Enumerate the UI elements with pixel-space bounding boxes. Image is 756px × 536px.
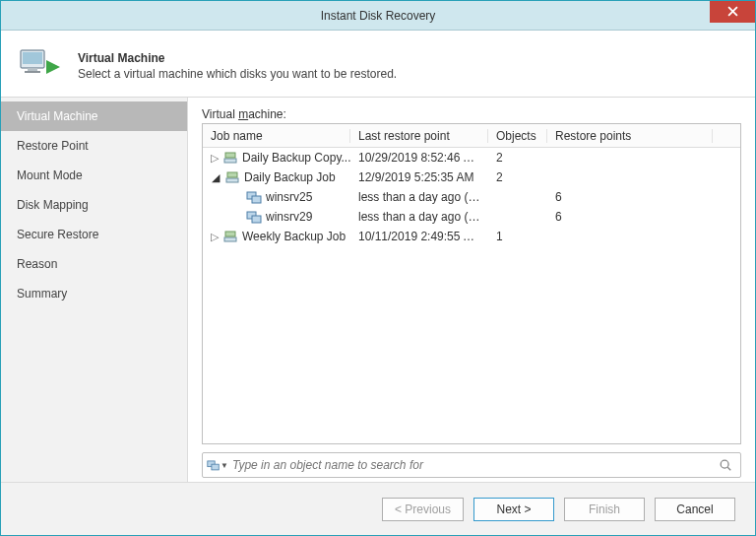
sidebar-item-reason[interactable]: Reason [1,249,187,279]
next-button[interactable]: Next > [473,498,554,521]
vm-icon [246,189,262,205]
svg-rect-5 [224,159,236,163]
vm-selection-icon [19,44,62,88]
cell-last: 10/29/2019 8:52:46 AM [350,151,488,165]
section-label: Virtual machine: [202,107,741,121]
search-row: ▼ [202,452,741,478]
col-job-name[interactable]: Job name [203,129,350,143]
table-row[interactable]: winsrv29 less than a day ago (5... 6 [203,207,740,227]
job-name: Weekly Backup Job [242,230,346,243]
table-row[interactable]: ◢ Daily Backup Job 12/9/2019 5:25:35 AM … [203,168,740,187]
svg-rect-12 [252,216,261,223]
table-row[interactable]: winsrv25 less than a day ago (5... 6 [203,187,740,207]
table-row[interactable]: ▷ Daily Backup Copy... 10/29/2019 8:52:4… [203,148,740,168]
svg-rect-8 [227,172,237,177]
cell-objects: 2 [488,170,547,184]
sidebar-item-restore-point[interactable]: Restore Point [1,131,187,161]
search-input[interactable] [228,458,715,472]
search-button[interactable] [715,458,736,472]
sidebar-item-secure-restore[interactable]: Secure Restore [1,220,187,249]
expand-icon[interactable]: ◢ [211,171,220,184]
header-text: Virtual Machine Select a virtual machine… [78,51,397,81]
svg-rect-3 [25,71,40,73]
main-panel: Virtual machine: Job name Last restore p… [188,98,755,482]
svg-rect-2 [28,68,37,71]
cell-objects: 1 [488,230,547,243]
col-restore-points[interactable]: Restore points [547,129,713,143]
job-name: Daily Backup Copy... [242,151,350,165]
backup-job-icon [222,150,238,166]
cell-last: 10/11/2019 2:49:55 AM [350,230,488,243]
sidebar-item-mount-mode[interactable]: Mount Mode [1,161,187,190]
backup-job-icon [224,169,240,185]
cell-last: less than a day ago (5... [350,190,488,204]
svg-rect-10 [252,196,261,203]
cell-restore: 6 [547,190,713,204]
backup-job-icon [222,229,238,244]
expand-icon[interactable]: ▷ [211,152,219,165]
header-title: Virtual Machine [78,51,397,65]
table-row[interactable]: ▷ Weekly Backup Job 10/11/2019 2:49:55 A… [203,227,740,246]
close-icon [727,5,738,20]
wizard-footer: < Previous Next > Finish Cancel [1,482,755,535]
chevron-down-icon: ▼ [220,461,228,470]
grid-body[interactable]: ▷ Daily Backup Copy... 10/29/2019 8:52:4… [203,148,740,443]
col-objects[interactable]: Objects [488,129,547,143]
svg-rect-16 [212,464,219,470]
search-icon [719,458,732,472]
col-last-restore[interactable]: Last restore point [350,129,488,143]
svg-line-18 [727,467,730,470]
svg-marker-4 [46,60,60,74]
close-button[interactable] [710,1,755,23]
object-type-picker[interactable]: ▼ [207,458,228,472]
sidebar-item-virtual-machine[interactable]: Virtual Machine [1,101,187,131]
vm-type-icon [207,458,220,472]
svg-point-17 [721,460,728,468]
svg-rect-1 [23,52,42,64]
vm-name: winsrv29 [266,210,312,224]
previous-button[interactable]: < Previous [382,498,464,521]
expand-icon[interactable]: ▷ [211,231,219,243]
vm-icon [246,209,262,225]
svg-rect-7 [226,178,238,182]
cell-restore: 6 [547,210,713,224]
header-band: Virtual Machine Select a virtual machine… [1,31,755,98]
cell-last: less than a day ago (5... [350,210,488,224]
window-title: Instant Disk Recovery [321,9,436,23]
svg-rect-14 [225,232,235,236]
sidebar-item-summary[interactable]: Summary [1,279,187,308]
job-name: Daily Backup Job [244,170,336,184]
svg-rect-13 [224,237,236,241]
wizard-window: Instant Disk Recovery Virtual Machine Se… [0,0,756,536]
header-subtitle: Select a virtual machine which disks you… [78,67,397,81]
cell-last: 12/9/2019 5:25:35 AM [350,170,488,184]
vm-grid: Job name Last restore point Objects Rest… [202,123,741,444]
cell-objects: 2 [488,151,547,165]
svg-rect-6 [225,153,235,158]
grid-header: Job name Last restore point Objects Rest… [203,124,740,148]
wizard-sidebar: Virtual Machine Restore Point Mount Mode… [1,98,188,482]
sidebar-item-disk-mapping[interactable]: Disk Mapping [1,190,187,220]
titlebar: Instant Disk Recovery [1,1,755,31]
finish-button[interactable]: Finish [564,498,645,521]
cancel-button[interactable]: Cancel [655,498,735,521]
vm-name: winsrv25 [266,190,312,204]
